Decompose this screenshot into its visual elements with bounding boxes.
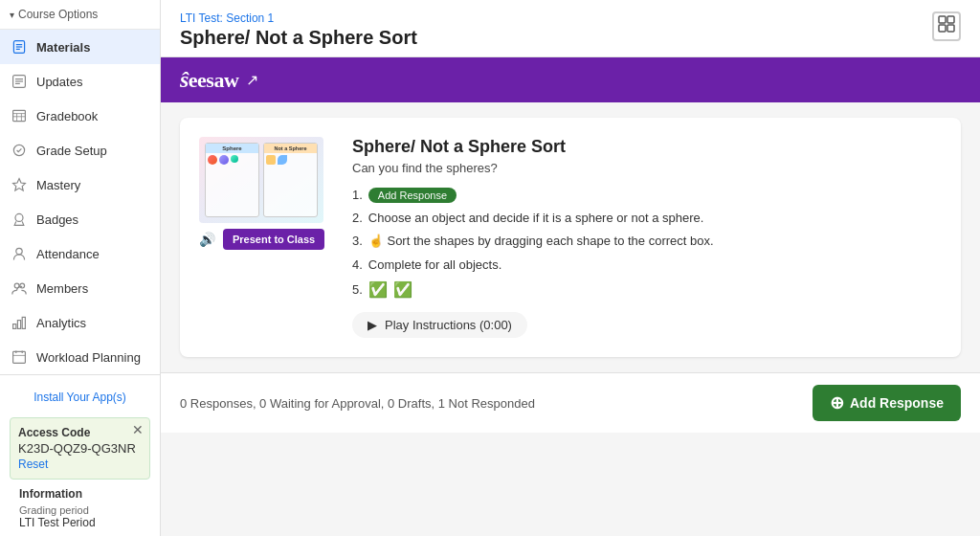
- sidebar-navigation: Materials Updates Gradebook Grade Setup: [0, 30, 160, 374]
- svg-rect-19: [13, 324, 16, 329]
- step-3: 3. ☝ Sort the shapes by dragging each sh…: [352, 233, 942, 250]
- members-icon: [10, 279, 29, 298]
- sidebar-item-label: Mastery: [36, 178, 80, 192]
- activity-thumbnail: Sphere Not a Sphere: [199, 137, 333, 338]
- gradebook-icon: [10, 106, 29, 125]
- svg-point-16: [16, 248, 22, 254]
- header-left: LTI Test: Section 1 Sphere/ Not a Sphere…: [180, 11, 417, 49]
- sidebar-item-label: Materials: [36, 40, 90, 55]
- install-app-link[interactable]: Install Your App(s): [10, 385, 150, 410]
- sidebar-item-workload-planning[interactable]: Workload Planning: [0, 340, 160, 374]
- access-code-close-button[interactable]: ✕: [132, 422, 144, 437]
- step-5: 5. ✅ ✅: [352, 279, 942, 301]
- access-code-value: K23D-QQZ9-QG3NR: [18, 441, 142, 456]
- sidebar-item-label: Attendance: [36, 247, 100, 261]
- course-options-label: Course Options: [18, 8, 98, 21]
- sidebar: ▾ Course Options Materials Updates Grade…: [0, 0, 161, 536]
- svg-rect-21: [22, 317, 25, 328]
- add-response-main-button[interactable]: ⊕ Add Response: [813, 385, 961, 421]
- check-icon-2: ✅: [393, 279, 412, 301]
- main-content: LTI Test: Section 1 Sphere/ Not a Sphere…: [161, 0, 980, 536]
- seesaw-logo: ŝeesaw: [180, 67, 238, 93]
- chevron-down-icon: ▾: [10, 10, 14, 20]
- information-title: Information: [19, 487, 141, 501]
- breadcrumb[interactable]: LTI Test: Section 1: [180, 11, 417, 25]
- play-instructions-label: Play Instructions (0:00): [385, 318, 512, 332]
- svg-rect-20: [17, 321, 20, 329]
- sidebar-item-analytics[interactable]: Analytics: [0, 305, 160, 340]
- svg-point-15: [15, 213, 23, 221]
- workload-planning-icon: [10, 347, 29, 367]
- activity-subtitle: Can you find the spheres?: [352, 161, 942, 175]
- svg-rect-8: [13, 110, 26, 121]
- sidebar-item-label: Analytics: [36, 316, 86, 330]
- play-instructions-button[interactable]: ▶ Play Instructions (0:00): [352, 312, 527, 338]
- grade-setup-icon: [10, 141, 29, 160]
- grading-period-value: LTI Test Period: [19, 516, 141, 529]
- svg-rect-28: [939, 25, 946, 32]
- svg-rect-22: [13, 351, 26, 363]
- sidebar-item-updates[interactable]: Updates: [0, 64, 160, 99]
- add-response-label: Add Response: [850, 395, 944, 411]
- sidebar-item-materials[interactable]: Materials: [0, 30, 160, 64]
- access-code-title: Access Code: [18, 426, 142, 439]
- step-1: 1. Add Response: [352, 187, 942, 204]
- materials-icon: [10, 37, 29, 56]
- svg-rect-26: [939, 16, 946, 23]
- activity-title: Sphere/ Not a Sphere Sort: [352, 137, 942, 157]
- audio-icon[interactable]: 🔊: [199, 232, 215, 247]
- svg-point-18: [20, 283, 25, 288]
- course-options[interactable]: ▾ Course Options: [0, 0, 160, 30]
- sidebar-item-label: Workload Planning: [36, 350, 141, 365]
- check-icon-1: ✅: [368, 279, 388, 301]
- sidebar-item-members[interactable]: Members: [0, 271, 160, 305]
- access-code-reset-link[interactable]: Reset: [18, 458, 142, 471]
- information-section: Information Grading period LTI Test Peri…: [10, 480, 150, 536]
- external-link-icon[interactable]: ↗: [246, 71, 258, 89]
- updates-icon: [10, 72, 29, 91]
- sidebar-item-gradebook[interactable]: Gradebook: [0, 99, 160, 133]
- sidebar-footer: Install Your App(s) ✕ Access Code K23D-Q…: [0, 374, 160, 536]
- present-to-class-button[interactable]: Present to Class: [223, 229, 324, 250]
- activity-steps: 1. Add Response 2. Choose an object and …: [352, 187, 942, 301]
- step-2: 2. Choose an object and decide if it is …: [352, 210, 942, 227]
- sidebar-item-attendance[interactable]: Attendance: [0, 236, 160, 271]
- seesaw-banner: ŝeesaw ↗: [161, 57, 980, 102]
- content-area: ŝeesaw ↗ Sphere: [161, 57, 980, 536]
- sidebar-item-badges[interactable]: Badges: [0, 202, 160, 236]
- activity-content: Sphere/ Not a Sphere Sort Can you find t…: [352, 137, 942, 338]
- page-title: Sphere/ Not a Sphere Sort: [180, 27, 417, 49]
- thumbnail-controls: 🔊 Present to Class: [199, 229, 333, 250]
- page-header: LTI Test: Section 1 Sphere/ Not a Sphere…: [161, 0, 980, 57]
- svg-marker-14: [13, 179, 26, 190]
- sidebar-item-label: Grade Setup: [36, 144, 107, 158]
- badges-icon: [10, 210, 29, 229]
- thumbnail-image: Sphere Not a Sphere: [199, 137, 323, 223]
- sidebar-item-grade-setup[interactable]: Grade Setup: [0, 133, 160, 168]
- sidebar-item-label: Members: [36, 281, 88, 296]
- svg-rect-29: [947, 25, 954, 32]
- activity-card: Sphere Not a Sphere: [180, 118, 961, 357]
- step-4: 4. Complete for all objects.: [352, 257, 942, 274]
- mastery-icon: [10, 175, 29, 194]
- play-icon: ▶: [368, 318, 377, 332]
- expand-icon[interactable]: [932, 11, 961, 41]
- analytics-icon: [10, 313, 29, 332]
- sidebar-item-mastery[interactable]: Mastery: [0, 168, 160, 202]
- svg-rect-27: [947, 16, 954, 23]
- grading-period-label: Grading period: [19, 504, 141, 516]
- sidebar-item-label: Gradebook: [36, 109, 98, 123]
- sidebar-item-label: Updates: [36, 75, 82, 89]
- thumb-col2-header: Not a Sphere: [264, 144, 317, 153]
- response-stats: 0 Responses, 0 Waiting for Approval, 0 D…: [180, 396, 535, 411]
- thumb-col1-header: Sphere: [206, 144, 258, 153]
- attendance-icon: [10, 244, 29, 263]
- access-code-box: ✕ Access Code K23D-QQZ9-QG3NR Reset: [10, 417, 150, 480]
- footer-bar: 0 Responses, 0 Waiting for Approval, 0 D…: [161, 372, 980, 433]
- sidebar-item-label: Badges: [36, 212, 78, 227]
- plus-circle-icon: ⊕: [830, 392, 844, 413]
- add-response-inline-button[interactable]: Add Response: [368, 188, 457, 203]
